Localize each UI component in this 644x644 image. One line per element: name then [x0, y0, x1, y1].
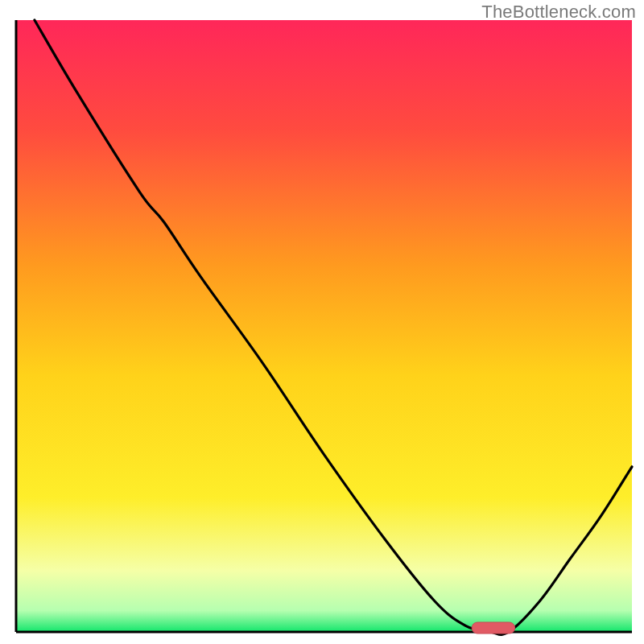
optimum-marker	[472, 622, 515, 634]
gradient-background	[16, 20, 632, 632]
chart-container: TheBottleneck.com	[0, 0, 644, 644]
bottleneck-chart	[0, 0, 644, 644]
watermark-text: TheBottleneck.com	[481, 2, 636, 23]
